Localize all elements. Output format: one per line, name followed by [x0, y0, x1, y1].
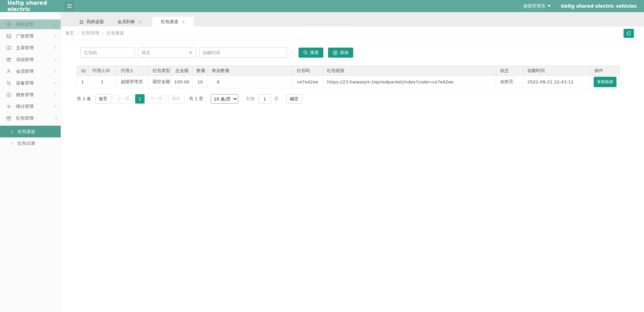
col-status: 状态 [496, 66, 523, 76]
sidebar-item-article-management[interactable]: 文章管理 [0, 43, 61, 53]
cell-id: 1 [77, 76, 88, 88]
svg-text:$: $ [8, 93, 10, 97]
status-select[interactable]: 状态 [138, 48, 196, 58]
sidebar-subitem-label: 红包记录 [18, 140, 35, 146]
cell-code: ce7e42ee [293, 76, 323, 88]
gift-icon [6, 57, 11, 62]
user-role-dropdown[interactable]: 超级管理员 [523, 3, 551, 9]
close-icon[interactable]: × [181, 19, 185, 24]
next-page-button: 下一页 [146, 94, 167, 104]
add-button[interactable]: 添加 [328, 48, 353, 58]
tab-redpacket-send[interactable]: 红包派送 × [152, 17, 194, 26]
sidebar-subitem-label: 红包派送 [18, 129, 35, 135]
sidebar-item-member-management[interactable]: 会员管理 [0, 66, 61, 76]
tab-strip: 我的桌面 会员列表 × 红包派送 × [61, 12, 644, 26]
sidebar-item-label: 活动管理 [16, 57, 55, 63]
dollar-icon: $ [6, 92, 11, 98]
breadcrumb-redpacket-management[interactable]: 红包管理 [82, 30, 99, 36]
hamburger-icon [67, 4, 72, 8]
sidebar-item-statistics-management[interactable]: 统计管理 [0, 102, 61, 111]
sidebar-item-finance-management[interactable]: $ 财务管理 [0, 90, 61, 100]
sidebar-item-label: 广告管理 [16, 33, 55, 39]
cell-remaining: 9 [208, 76, 293, 88]
plus-circle-icon [333, 50, 338, 55]
col-agent: 代理人 [117, 66, 149, 76]
pager-buttons: 首页 上一页 1 下一页 尾页 [95, 94, 184, 104]
sidebar-item-device-management[interactable]: 设备管理 [0, 78, 61, 88]
goto-prefix-label: 到第 [246, 96, 255, 102]
top-bar: Ueltg shared electric 超级管理员 Ueltg shared… [0, 0, 644, 12]
tab-my-desktop[interactable]: 我的桌面 [76, 17, 107, 26]
last-page-button: 尾页 [168, 94, 184, 104]
created-time-input[interactable] [199, 48, 287, 58]
first-page-button[interactable]: 首页 [95, 94, 111, 104]
redpacket-code-input[interactable] [80, 48, 135, 58]
total-pages-label: 共 1 页 [189, 96, 204, 102]
cell-status: 未抢完 [496, 76, 523, 88]
col-action: 操作 [590, 66, 620, 76]
chevron-left-icon [55, 105, 58, 108]
app-title: Ueltg shared electric [0, 0, 61, 12]
goto-page-input[interactable] [258, 94, 271, 104]
per-page-select[interactable]: 10 条/页 [211, 94, 238, 104]
goto-confirm-button[interactable]: 确定 [286, 94, 302, 104]
refresh-icon [626, 31, 632, 36]
breadcrumb: 首页 / 红包管理 / 红包派送 [65, 30, 124, 36]
copy-link-button[interactable]: 复制链接 [594, 77, 616, 87]
col-id: ID [77, 66, 88, 76]
chevron-left-icon [55, 46, 58, 50]
sidebar-item-redpacket-management[interactable]: 红包管理 [0, 113, 61, 123]
sidebar-item-label: 红包管理 [16, 115, 55, 121]
home-icon [79, 19, 84, 24]
search-icon [303, 50, 308, 55]
current-page-button[interactable]: 1 [135, 94, 145, 104]
col-code: 红包码 [293, 66, 323, 76]
tab-label: 会员列表 [117, 19, 135, 25]
user-icon [6, 69, 11, 74]
gear-icon [6, 22, 11, 27]
pulse-icon [6, 104, 11, 109]
chevron-left-icon [55, 81, 58, 85]
brand-right-text: Ueltg shared electric vehicles [561, 3, 637, 9]
user-role-label: 超级管理员 [523, 3, 545, 9]
status-select-placeholder: 状态 [142, 50, 150, 56]
redpacket-table: ID 代理人ID 代理人 红包类型 总金额 数量 剩余数量 红包码 红包链接 状… [77, 66, 620, 88]
tab-member-list[interactable]: 会员列表 × [114, 17, 145, 26]
col-type: 红包类型 [149, 66, 171, 76]
prev-page-button: 上一页 [113, 94, 133, 104]
sidebar-item-ad-management[interactable]: 广告管理 [0, 31, 61, 41]
cell-count: 10 [193, 76, 208, 88]
filter-bar: 状态 搜索 添加 [80, 48, 644, 58]
tab-label: 红包派送 [161, 19, 178, 25]
goto-suffix-label: 页 [274, 96, 279, 102]
col-created: 创建时间 [523, 66, 590, 76]
sidebar-subitem-redpacket-send[interactable]: 红包派送 [0, 126, 61, 137]
breadcrumb-home[interactable]: 首页 [65, 30, 74, 36]
breadcrumb-separator: / [77, 31, 78, 36]
chevron-left-icon [55, 58, 58, 61]
close-icon[interactable]: × [138, 19, 142, 24]
sidebar-item-system-settings[interactable]: 系统设置 [0, 19, 61, 29]
sidebar-subitem-redpacket-records[interactable]: 红包记录 [0, 137, 61, 149]
table-row: 1 1 超级管理员 固定金额 100.00 10 9 ce7e42ee http… [77, 76, 620, 88]
col-count: 数量 [193, 66, 208, 76]
sidebar-item-activity-management[interactable]: 活动管理 [0, 55, 61, 64]
col-remaining: 剩余数量 [208, 66, 293, 76]
pagination-bar: 共 1 条 首页 上一页 1 下一页 尾页 共 1 页 10 条/页 到第 页 … [77, 94, 644, 104]
search-button[interactable]: 搜索 [299, 48, 323, 58]
sidebar-toggle-button[interactable] [65, 2, 74, 10]
select-caret-icon [189, 52, 193, 54]
cell-agent: 超级管理员 [117, 76, 149, 88]
caret-down-icon [547, 5, 551, 7]
search-button-label: 搜索 [310, 50, 319, 56]
col-total: 总金额 [171, 66, 193, 76]
chevron-left-icon [55, 35, 58, 38]
chevron-down-icon [55, 116, 58, 119]
breadcrumb-separator: / [102, 31, 103, 36]
col-agent-id: 代理人ID [88, 66, 117, 76]
content-area: 状态 搜索 添加 [61, 40, 644, 104]
sidebar-item-label: 设备管理 [16, 80, 55, 86]
refresh-button[interactable] [624, 29, 634, 38]
sidebar-item-label: 统计管理 [16, 104, 55, 110]
sidebar-item-label: 财务管理 [16, 92, 55, 98]
